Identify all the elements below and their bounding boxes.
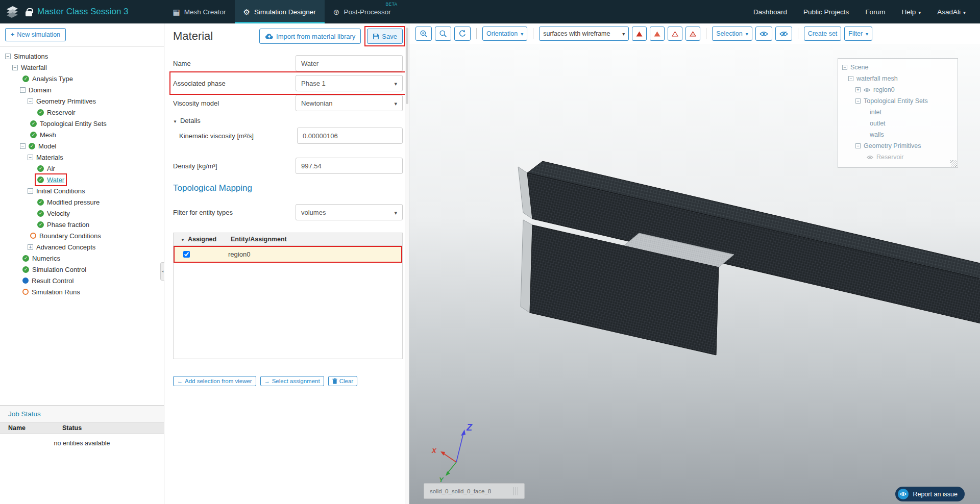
scene-item-geometry-primitives[interactable]: Geometry Primitives xyxy=(838,140,958,152)
tree-item-materials[interactable]: Materials xyxy=(0,152,164,163)
panel-scrollbar[interactable] xyxy=(405,23,409,504)
tree-item-simulations[interactable]: Simulations xyxy=(0,51,164,62)
eye-icon[interactable] xyxy=(864,88,870,92)
eye-icon[interactable] xyxy=(867,155,873,160)
tree-item-domain[interactable]: Domain xyxy=(0,84,164,95)
scene-item-waterfall-mesh[interactable]: waterfall mesh xyxy=(838,73,958,84)
scene-item-region0[interactable]: region0 xyxy=(838,84,958,95)
assigned-column-header[interactable]: Assigned xyxy=(174,236,231,243)
scene-item-scene[interactable]: Scene xyxy=(838,62,958,73)
tree-item-water[interactable]: Water xyxy=(0,174,164,185)
material-title: Material xyxy=(173,30,213,43)
tree-item-reservoir[interactable]: Reservoir xyxy=(0,107,164,118)
collapse-icon[interactable] xyxy=(28,98,33,104)
collapse-icon[interactable] xyxy=(28,188,33,194)
tree-item-advanced-concepts[interactable]: Advanced Concepts xyxy=(0,241,164,253)
refresh-button[interactable] xyxy=(454,27,471,41)
tab-simulation-designer[interactable]: ⚙ Simulation Designer xyxy=(235,0,325,23)
tab-label: Simulation Designer xyxy=(254,8,316,16)
app-logo[interactable] xyxy=(0,0,24,23)
resize-grip[interactable] xyxy=(950,160,957,167)
check-icon xyxy=(37,177,44,183)
viewer-hover-tooltip: solid_0_solid_0_face_8 xyxy=(424,483,525,499)
entity-type-filter-select[interactable]: volumes xyxy=(296,204,403,220)
show-entities-button[interactable] xyxy=(755,27,772,41)
tree-item-waterfall[interactable]: Waterfall xyxy=(0,62,164,73)
tab-post-processor[interactable]: ⊛ Post-Processor BETA xyxy=(325,0,400,23)
sidebar-collapse-handle[interactable] xyxy=(160,262,164,281)
quality-triangle-button-2[interactable] xyxy=(650,27,665,41)
quality-triangle-button-4[interactable] xyxy=(685,27,700,41)
expand-icon[interactable] xyxy=(28,244,33,250)
collapse-icon[interactable] xyxy=(5,54,11,59)
collapse-icon[interactable] xyxy=(855,143,861,148)
collapse-icon[interactable] xyxy=(20,87,26,93)
tab-mesh-creator[interactable]: ▦ Mesh Creator xyxy=(164,0,235,23)
user-menu[interactable]: AsadAli xyxy=(937,8,966,16)
assignment-row-region0[interactable]: region0 xyxy=(174,246,402,263)
link-forum[interactable]: Forum xyxy=(865,8,885,16)
new-simulation-button[interactable]: New simulation xyxy=(5,28,66,41)
scene-item-outlet[interactable]: outlet xyxy=(838,118,958,129)
zoom-fit-button[interactable] xyxy=(435,27,451,41)
kinematic-viscosity-field[interactable] xyxy=(297,128,403,144)
collapse-icon[interactable] xyxy=(12,65,18,70)
tree-item-phase-fraction[interactable]: Phase fraction xyxy=(0,219,164,230)
tree-item-result-control[interactable]: Result Control xyxy=(0,275,164,286)
tree-item-boundary-conditions[interactable]: Boundary Conditions xyxy=(0,230,164,241)
tree-item-simulation-control[interactable]: Simulation Control xyxy=(0,264,164,275)
render-mode-select[interactable]: surfaces with wireframe xyxy=(539,27,629,41)
link-dashboard[interactable]: Dashboard xyxy=(753,8,787,16)
tree-item-analysis-type[interactable]: Analysis Type xyxy=(0,73,164,84)
tree-item-topological-entity-sets[interactable]: Topological Entity Sets xyxy=(0,118,164,129)
create-set-button[interactable]: Create set xyxy=(804,27,842,41)
zoom-window-button[interactable] xyxy=(415,27,432,41)
tree-item-modified-pressure[interactable]: Modified pressure xyxy=(0,196,164,208)
tree-item-mesh[interactable]: Mesh xyxy=(0,129,164,140)
viscosity-model-select[interactable]: Newtonian xyxy=(296,95,403,111)
scrollbar-thumb[interactable] xyxy=(406,28,408,104)
scene-item-reservoir[interactable]: Reservoir xyxy=(838,152,958,163)
tree-item-numerics[interactable]: Numerics xyxy=(0,253,164,264)
filter-dropdown[interactable]: Filter xyxy=(844,27,872,41)
tree-item-geometry-primitives[interactable]: Geometry Primitives xyxy=(0,95,164,107)
scene-item-inlet[interactable]: inlet xyxy=(838,107,958,118)
tooltip-grip xyxy=(513,487,519,495)
collapse-icon[interactable] xyxy=(28,155,33,160)
associated-phase-select[interactable]: Phase 1 xyxy=(296,75,403,91)
collapse-icon[interactable] xyxy=(848,76,853,81)
help-menu[interactable]: Help xyxy=(901,8,921,16)
link-public-projects[interactable]: Public Projects xyxy=(803,8,849,16)
scene-item-walls[interactable]: walls xyxy=(838,129,958,140)
quality-triangle-button-1[interactable] xyxy=(632,27,647,41)
quality-triangle-button-3[interactable] xyxy=(668,27,682,41)
waterfall-mesh-geometry[interactable] xyxy=(518,161,980,355)
selection-dropdown[interactable]: Selection xyxy=(712,27,752,41)
assigned-checkbox[interactable] xyxy=(183,251,190,258)
report-issue-button[interactable]: Report an issue xyxy=(895,487,965,501)
collapse-icon[interactable] xyxy=(20,143,26,149)
lock-icon xyxy=(26,11,32,16)
details-toggle[interactable]: Details xyxy=(173,117,403,124)
tree-item-air[interactable]: Air xyxy=(0,163,164,174)
orientation-dropdown[interactable]: Orientation xyxy=(482,27,527,41)
tree-item-initial-conditions[interactable]: Initial Conditions xyxy=(0,185,164,196)
save-button[interactable]: Save xyxy=(367,29,403,44)
hide-entities-button[interactable] xyxy=(775,27,792,41)
scene-item-topological-entity-sets[interactable]: Topological Entity Sets xyxy=(838,95,958,107)
viewer-3d[interactable]: Orientation surfaces with wireframe Sele… xyxy=(409,23,980,504)
import-material-button[interactable]: Import from material library xyxy=(259,29,361,44)
quality-triangle-icon xyxy=(654,31,660,37)
density-field[interactable] xyxy=(296,158,403,174)
collapse-icon[interactable] xyxy=(842,65,847,70)
expand-icon[interactable] xyxy=(855,87,861,92)
name-field[interactable] xyxy=(296,55,403,71)
tree-item-velocity[interactable]: Velocity xyxy=(0,208,164,219)
tree-item-label: Materials xyxy=(36,154,63,161)
add-selection-button[interactable]: Add selection from viewer xyxy=(173,376,256,386)
tree-item-simulation-runs[interactable]: Simulation Runs xyxy=(0,286,164,297)
tree-item-model[interactable]: Model xyxy=(0,140,164,152)
collapse-icon[interactable] xyxy=(855,98,861,104)
clear-button[interactable]: Clear xyxy=(328,376,357,386)
select-assignment-button[interactable]: Select assignment xyxy=(260,376,324,386)
